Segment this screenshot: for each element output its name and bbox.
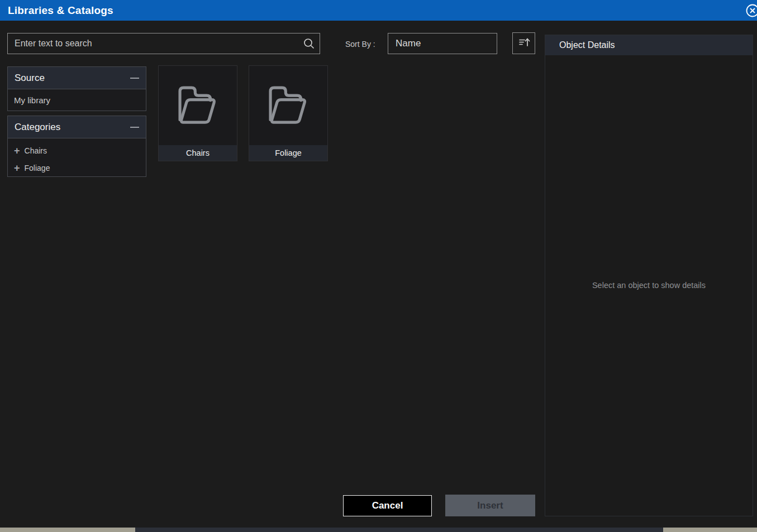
insert-button[interactable]: Insert [445,495,535,516]
sidebar-item-chairs[interactable]: + Chairs [8,142,146,159]
expand-plus-icon[interactable]: + [14,164,20,172]
sort-order-button[interactable] [512,32,535,54]
expand-plus-icon[interactable]: + [14,147,20,155]
sort-by-value: Name [396,38,421,49]
source-section: Source My library [7,66,146,111]
close-icon[interactable] [745,3,757,18]
collapse-minus-icon[interactable] [130,127,139,128]
sidebar-item-my-library[interactable]: My library [8,89,146,111]
cancel-button-label: Cancel [372,500,403,511]
open-folder-icon [159,66,237,145]
categories-section-header[interactable]: Categories [8,116,146,138]
folder-tile-label: Foliage [249,145,327,161]
categories-section-title: Categories [15,122,130,133]
details-empty-message: Select an object to show details [545,281,753,290]
search-input[interactable] [8,33,298,54]
libraries-catalogs-dialog: Libraries & Catalogs Sort By : Name [0,0,757,528]
sort-by-label: Sort By : [345,40,375,49]
sort-by-select[interactable]: Name [388,33,497,54]
folder-tile-foliage[interactable]: Foliage [249,65,328,161]
categories-section: Categories + Chairs + Foliage [7,116,146,177]
sidebar-item-foliage[interactable]: + Foliage [8,159,146,176]
folder-tile-label: Chairs [159,145,237,161]
source-section-header[interactable]: Source [8,67,146,89]
sidebar-item-label: Foliage [25,164,50,172]
sort-amount-up-icon [517,36,531,51]
object-details-title: Object Details [559,40,615,50]
sidebar-item-label: My library [14,95,50,105]
insert-button-label: Insert [477,500,503,511]
underlying-toolbar [135,528,663,532]
search-icon[interactable] [298,33,320,54]
search-box [7,33,320,54]
collapse-minus-icon[interactable] [130,78,139,79]
cancel-button[interactable]: Cancel [343,495,432,516]
sidebar-item-label: Chairs [25,146,47,155]
folder-tile-chairs[interactable]: Chairs [158,65,237,161]
object-details-panel: Object Details Select an object to show … [545,35,753,516]
underlying-canvas-right [663,528,757,532]
object-details-header: Object Details [545,35,753,55]
source-section-title: Source [15,73,130,84]
dialog-title: Libraries & Catalogs [8,4,113,17]
underlying-app-strip [0,528,757,532]
underlying-canvas-left [0,528,135,532]
title-bar: Libraries & Catalogs [0,0,757,21]
open-folder-icon [249,66,327,145]
